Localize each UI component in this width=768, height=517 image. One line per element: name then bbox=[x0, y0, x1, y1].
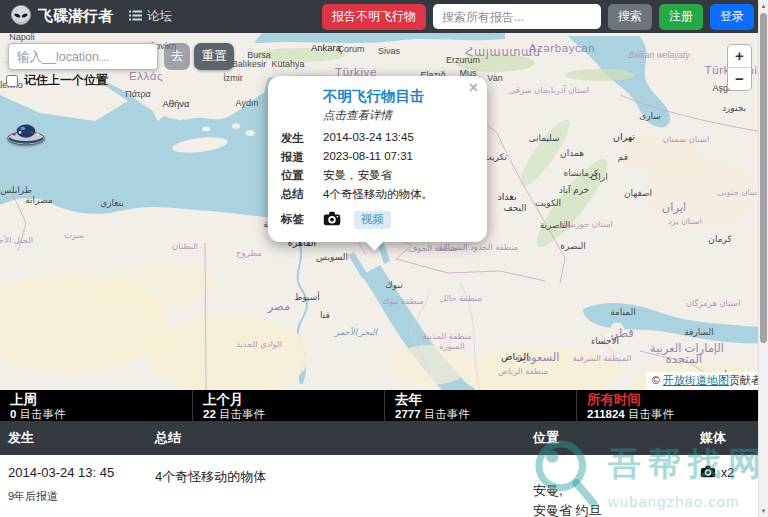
stat-period: 上周 bbox=[10, 392, 192, 408]
cell-location: 安曼, 安曼省 约旦 bbox=[525, 455, 692, 517]
stat-last-week[interactable]: 上周 0 目击事件 bbox=[0, 390, 192, 421]
scrollbar-down-arrow[interactable]: ▼ bbox=[759, 505, 768, 517]
nav-forum[interactable]: 论坛 bbox=[129, 8, 172, 25]
popup-field-value: 2014-03-24 13:45 bbox=[323, 131, 414, 146]
table-header: 发生 总结 位置 媒体 bbox=[0, 421, 768, 455]
location-input[interactable] bbox=[8, 43, 158, 70]
location-line: 安曼, bbox=[533, 481, 692, 501]
location-line: 安曼省 约旦 bbox=[533, 501, 692, 517]
alien-logo-icon bbox=[10, 4, 32, 29]
stat-value: 22 bbox=[203, 408, 216, 420]
occurred-datetime: 2014-03-24 13: 45 bbox=[8, 465, 147, 480]
ufo-marker[interactable] bbox=[5, 122, 47, 148]
attribution-copyright: © bbox=[652, 374, 663, 386]
stat-value: 0 bbox=[10, 408, 16, 420]
popup-subtitle: 点击查看详情 bbox=[323, 108, 474, 123]
page-scrollbar[interactable]: ▲ ▼ bbox=[758, 0, 768, 517]
nav-forum-label: 论坛 bbox=[147, 8, 172, 25]
map-zoom-control: + − bbox=[727, 44, 752, 91]
popup-field-value: 2023-08-11 07:31 bbox=[323, 150, 413, 165]
scrollbar-up-arrow[interactable]: ▲ bbox=[759, 0, 768, 12]
stat-unit: 目击事件 bbox=[20, 408, 66, 420]
osm-link[interactable]: 开放街道地图 bbox=[663, 374, 729, 386]
navbar: 飞碟潜行者 论坛 报告不明飞行物 搜索 注册 登录 bbox=[0, 0, 768, 33]
camera-icon bbox=[700, 465, 716, 481]
login-button[interactable]: 登录 bbox=[710, 4, 754, 30]
scrollbar-thumb[interactable] bbox=[760, 13, 767, 343]
map-attribution: © 开放街道地图贡献者 bbox=[646, 372, 768, 390]
col-header-occurred[interactable]: 发生 bbox=[0, 429, 147, 447]
stats-bar: 上周 0 目击事件 上个月 22 目击事件 去年 2777 目击事件 所有时间 … bbox=[0, 390, 768, 421]
cell-media: x2 bbox=[692, 455, 768, 517]
stat-unit: 目击事件 bbox=[628, 408, 674, 420]
page: 飞碟潜行者 论坛 报告不明飞行物 搜索 注册 登录 bbox=[0, 0, 768, 517]
remember-location-checkbox[interactable] bbox=[6, 75, 18, 87]
go-button[interactable]: 去 bbox=[164, 43, 190, 70]
stat-all-time[interactable]: 所有时间 211824 目击事件 bbox=[576, 390, 768, 421]
report-ufo-button[interactable]: 报告不明飞行物 bbox=[322, 4, 426, 30]
media-count: x2 bbox=[721, 466, 734, 480]
popup-field-label: 总结 bbox=[281, 187, 323, 202]
col-header-media[interactable]: 媒体 bbox=[692, 429, 768, 447]
zoom-in-button[interactable]: + bbox=[728, 45, 751, 67]
popup-close-icon[interactable]: × bbox=[469, 80, 478, 96]
popup-field-label: 发生 bbox=[281, 131, 323, 146]
table-row[interactable]: 2014-03-24 13: 45 9年后报道 4个奇怪移动的物体 安曼, 安曼… bbox=[0, 455, 768, 517]
zoom-out-button[interactable]: − bbox=[728, 67, 751, 90]
search-button[interactable]: 搜索 bbox=[608, 4, 652, 30]
popup-field-label: 报道 bbox=[281, 150, 323, 165]
popup-field-label: 位置 bbox=[281, 168, 323, 183]
list-icon bbox=[129, 10, 142, 24]
brand[interactable]: 飞碟潜行者 bbox=[10, 4, 113, 29]
stat-period: 上个月 bbox=[203, 392, 384, 408]
col-header-location[interactable]: 位置 bbox=[525, 429, 692, 447]
popup-title-link[interactable]: 不明飞行物目击 bbox=[323, 87, 474, 106]
map-canvas[interactable]: NapoliPalermoΘεσσαλονίκηΕλλάςΠάτραΑθήναİ… bbox=[0, 33, 768, 390]
reset-button[interactable]: 重置 bbox=[194, 43, 234, 70]
stat-last-month[interactable]: 上个月 22 目击事件 bbox=[192, 390, 384, 421]
popup-tags-label: 标签 bbox=[281, 212, 323, 227]
reported-note: 9年后报道 bbox=[8, 489, 147, 504]
col-header-summary[interactable]: 总结 bbox=[147, 429, 525, 447]
search-input[interactable] bbox=[433, 4, 601, 29]
register-button[interactable]: 注册 bbox=[659, 4, 703, 30]
stat-last-year[interactable]: 去年 2777 目击事件 bbox=[384, 390, 576, 421]
video-tag-chip[interactable]: 视频 bbox=[354, 211, 391, 229]
stat-period: 去年 bbox=[395, 392, 576, 408]
remember-location-label: 记住上一个位置 bbox=[24, 72, 108, 89]
popup-field-value: 4个奇怪移动的物体。 bbox=[323, 187, 433, 202]
stat-period: 所有时间 bbox=[587, 392, 768, 408]
popup-field-value: 安曼，安曼省 bbox=[323, 168, 392, 183]
cell-occurred: 2014-03-24 13: 45 9年后报道 bbox=[0, 455, 147, 517]
stat-value: 211824 bbox=[587, 408, 625, 420]
camera-icon bbox=[323, 211, 341, 228]
stat-unit: 目击事件 bbox=[424, 408, 470, 420]
stat-unit: 目击事件 bbox=[219, 408, 265, 420]
remember-location-row: 记住上一个位置 bbox=[6, 72, 108, 89]
brand-title: 飞碟潜行者 bbox=[38, 7, 113, 26]
stat-value: 2777 bbox=[395, 408, 421, 420]
cell-summary: 4个奇怪移动的物体 bbox=[147, 455, 525, 517]
sighting-popup: × 不明飞行物目击 点击查看详情 发生2014-03-24 13:45 报道20… bbox=[268, 76, 487, 242]
